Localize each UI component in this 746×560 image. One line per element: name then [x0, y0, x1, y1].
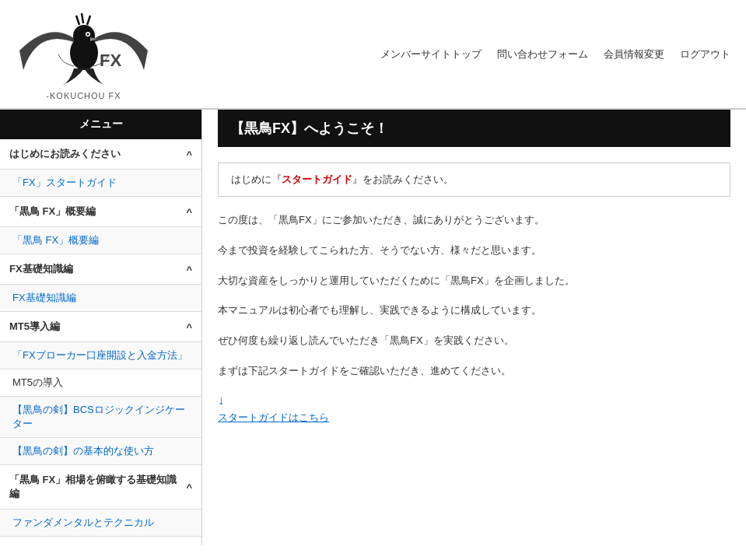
- notice-box: はじめに『スタートガイド』をお読みください。: [218, 163, 730, 197]
- logo-subtitle: -KOKUCHOU FX: [46, 91, 121, 100]
- sidebar-title: メニュー: [0, 110, 201, 139]
- sidebar: メニュー はじめにお読みください ^ 「FX」スタートガイド 「黒鳥 FX」概要…: [0, 110, 202, 545]
- svg-text:FX: FX: [100, 51, 121, 70]
- notice-highlight: スタートガイド: [282, 173, 352, 185]
- paragraph-6: まずは下記スタートガイドをご確認いただき、進めてください。: [218, 363, 730, 380]
- paragraph-4: 本マニュアルは初心者でも理解し、実践できるように構成しています。: [218, 303, 730, 319]
- start-guide-link[interactable]: スタートガイドはこちら: [218, 411, 329, 423]
- main-content: 【黒鳥FX】へようこそ！ はじめに『スタートガイド』をお読みください。 この度は…: [202, 110, 746, 545]
- paragraph-2: 今まで投資を経験してこられた方、そうでない方、様々だと思います。: [218, 243, 730, 259]
- paragraph-3: 大切な資産をしっかりと運用していただくために「黒鳥FX」を企画しました。: [218, 273, 730, 289]
- sidebar-section-intro[interactable]: はじめにお読みください ^: [0, 139, 201, 170]
- sidebar-section-basics[interactable]: FX基礎知識編 ^: [0, 254, 201, 285]
- layout: メニュー はじめにお読みください ^ 「FX」スタートガイド 「黒鳥 FX」概要…: [0, 110, 746, 545]
- nav-contact[interactable]: 問い合わせフォーム: [497, 47, 588, 61]
- logo-image: FX: [16, 8, 152, 89]
- nav-member-top[interactable]: メンバーサイトトップ: [380, 47, 482, 61]
- sidebar-link-basics[interactable]: FX基礎知識編: [0, 285, 201, 312]
- sidebar-link-mt5-intro[interactable]: MT5の導入: [0, 369, 201, 397]
- header: FX -KOKUCHOU FX メンバーサイトトップ 問い合わせフォーム 会員情…: [0, 0, 746, 110]
- sidebar-section-market[interactable]: 「黒鳥 FX」相場を俯瞰する基礎知識編 ^: [0, 465, 201, 509]
- svg-line-3: [82, 13, 83, 23]
- sidebar-link-fundamental[interactable]: ファンダメンタルとテクニカル: [0, 509, 201, 537]
- nav-member-info[interactable]: 会員情報変更: [604, 47, 664, 61]
- main-title: 【黒鳥FX】へようこそ！: [218, 110, 730, 147]
- sidebar-link-overview[interactable]: 「黒鳥 FX」概要編: [0, 227, 201, 254]
- sidebar-section-overview[interactable]: 「黒鳥 FX」概要編 ^: [0, 197, 201, 227]
- svg-line-2: [76, 16, 79, 25]
- paragraph-5: ぜひ何度も繰り返し読んでいただき「黒鳥FX」を実践ください。: [218, 333, 730, 349]
- paragraph-1: この度は、「黒鳥FX」にご参加いただき、誠にありがとうございます。: [218, 212, 730, 229]
- sidebar-section-mt5[interactable]: MT5導入編 ^: [0, 312, 201, 342]
- sidebar-link-startguide[interactable]: 「FX」スタートガイド: [0, 170, 201, 197]
- sidebar-link-broker[interactable]: 「FXブローカー口座開設と入金方法」: [0, 342, 201, 369]
- arrow-down: ↓: [218, 394, 730, 408]
- svg-point-1: [73, 25, 95, 47]
- svg-line-4: [87, 16, 90, 25]
- sidebar-link-bcs-usage[interactable]: 【黒鳥の剣】の基本的な使い方: [0, 438, 201, 465]
- logo-area: FX -KOKUCHOU FX: [16, 8, 152, 100]
- logo-svg: FX: [16, 8, 152, 89]
- sidebar-link-bcs[interactable]: 【黒鳥の剣】BCSロジックインジケーター: [0, 397, 201, 438]
- svg-point-6: [87, 33, 89, 36]
- nav: メンバーサイトトップ 問い合わせフォーム 会員情報変更 ログアウト: [380, 47, 730, 61]
- nav-logout[interactable]: ログアウト: [680, 47, 730, 61]
